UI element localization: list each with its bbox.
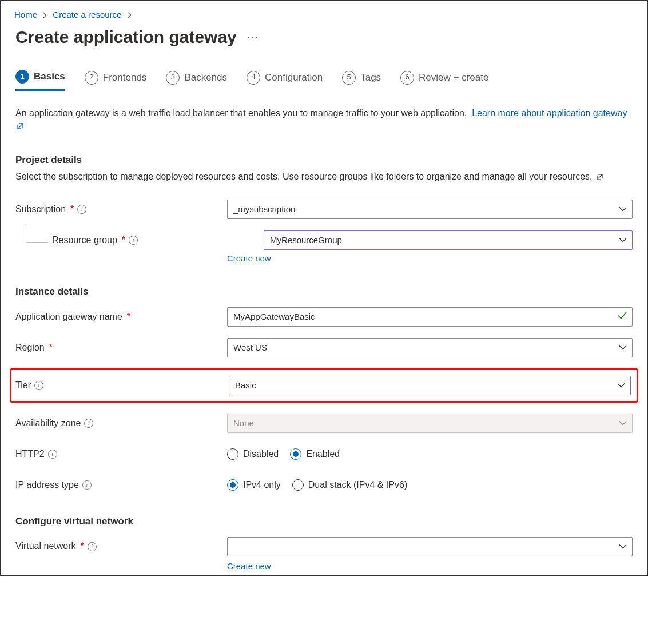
row-gateway-name: Application gateway name * MyAppGatewayB… (15, 307, 633, 327)
row-http2: HTTP2 i Disabled Enabled (15, 444, 633, 464)
page-title: Create application gateway ··· (15, 25, 633, 49)
row-vnet-create-new: Create new (15, 555, 633, 575)
page-title-text: Create application gateway (15, 25, 237, 49)
tab-label: Configuration (265, 71, 323, 85)
required-indicator: * (49, 341, 53, 354)
tab-label: Basics (34, 70, 65, 84)
gateway-name-label: Application gateway name (15, 311, 122, 323)
tab-label: Backends (184, 71, 227, 85)
gateway-name-input[interactable]: MyAppGatewayBasic (227, 307, 633, 327)
tab-number: 6 (400, 71, 414, 85)
breadcrumb-home[interactable]: Home (14, 10, 37, 19)
subscription-label: Subscription (15, 203, 66, 216)
tab-tags[interactable]: 5 Tags (342, 70, 381, 91)
intro-body: An application gateway is a web traffic … (15, 108, 467, 118)
tab-number: 4 (247, 71, 260, 85)
intro-text: An application gateway is a web traffic … (15, 107, 633, 134)
row-subscription: Subscription * i _mysubscription (15, 199, 633, 220)
http2-disabled-radio[interactable]: Disabled (227, 448, 279, 460)
required-indicator: * (127, 311, 130, 323)
info-icon[interactable]: i (88, 542, 97, 551)
section-project-details-sub: Select the subscription to manage deploy… (15, 170, 633, 184)
region-label: Region (15, 341, 45, 354)
virtual-network-label: Virtual network (15, 540, 76, 552)
external-link-icon (17, 121, 24, 133)
row-tier-highlighted: Tier i Basic (10, 368, 638, 403)
tab-label: Tags (360, 71, 381, 85)
row-ip-address-type: IP address type i IPv4 only Dual stack (… (15, 475, 633, 495)
chevron-right-icon (128, 9, 132, 21)
row-virtual-network: Virtual network * i (15, 536, 633, 557)
resource-group-select[interactable]: MyResourceGroup (264, 230, 633, 250)
section-project-details-heading: Project details (15, 153, 633, 167)
tab-number: 2 (85, 71, 98, 85)
tab-number: 3 (166, 71, 180, 85)
tree-connector-icon (26, 226, 48, 243)
create-new-rg-link[interactable]: Create new (227, 253, 271, 263)
tab-backends[interactable]: 3 Backends (166, 70, 227, 91)
chevron-right-icon (43, 9, 47, 21)
region-select[interactable]: West US (227, 338, 633, 357)
required-indicator: * (81, 540, 84, 552)
row-availability-zone: Availability zone i None (15, 413, 633, 434)
http2-label: HTTP2 (15, 448, 45, 460)
check-icon (618, 311, 627, 323)
create-new-vnet-link[interactable]: Create new (227, 561, 271, 571)
resource-group-label: Resource group (52, 234, 117, 247)
tab-basics[interactable]: 1 Basics (15, 70, 65, 91)
breadcrumb-create-resource[interactable]: Create a resource (53, 10, 121, 19)
info-icon[interactable]: i (48, 450, 57, 459)
ip-type-label: IP address type (15, 479, 79, 491)
tab-number: 1 (15, 70, 29, 84)
tier-select[interactable]: Basic (229, 376, 631, 395)
tab-label: Review + create (419, 71, 488, 85)
info-icon[interactable]: i (129, 236, 138, 245)
row-rg-create-new: Create new (15, 247, 633, 268)
tab-review-create[interactable]: 6 Review + create (400, 70, 488, 91)
tab-configuration[interactable]: 4 Configuration (247, 70, 323, 91)
availability-zone-label: Availability zone (15, 417, 81, 430)
ip-v4-only-radio[interactable]: IPv4 only (227, 479, 281, 491)
info-icon[interactable]: i (77, 205, 86, 214)
ip-dual-stack-radio[interactable]: Dual stack (IPv4 & IPv6) (292, 479, 407, 491)
tab-label: Frontends (103, 71, 147, 85)
info-icon[interactable]: i (34, 381, 43, 390)
section-instance-details-heading: Instance details (15, 285, 633, 299)
external-link-icon (596, 172, 603, 184)
tab-frontends[interactable]: 2 Frontends (85, 70, 147, 91)
required-indicator: * (70, 203, 74, 216)
availability-zone-select: None (227, 414, 633, 433)
wizard-tabs: 1 Basics 2 Frontends 3 Backends 4 Config… (15, 70, 633, 91)
info-icon[interactable]: i (84, 419, 93, 428)
info-icon[interactable]: i (82, 480, 92, 490)
required-indicator: * (122, 234, 125, 247)
more-actions-button[interactable]: ··· (247, 30, 259, 44)
subscription-select[interactable]: _mysubscription (227, 200, 633, 219)
tier-label: Tier (15, 379, 31, 392)
breadcrumb: Home Create a resource (14, 9, 633, 21)
tab-number: 5 (342, 71, 356, 85)
virtual-network-select[interactable] (227, 537, 633, 556)
section-vnet-heading: Configure virtual network (15, 515, 633, 528)
row-region: Region * West US (15, 337, 633, 358)
http2-enabled-radio[interactable]: Enabled (290, 448, 340, 460)
